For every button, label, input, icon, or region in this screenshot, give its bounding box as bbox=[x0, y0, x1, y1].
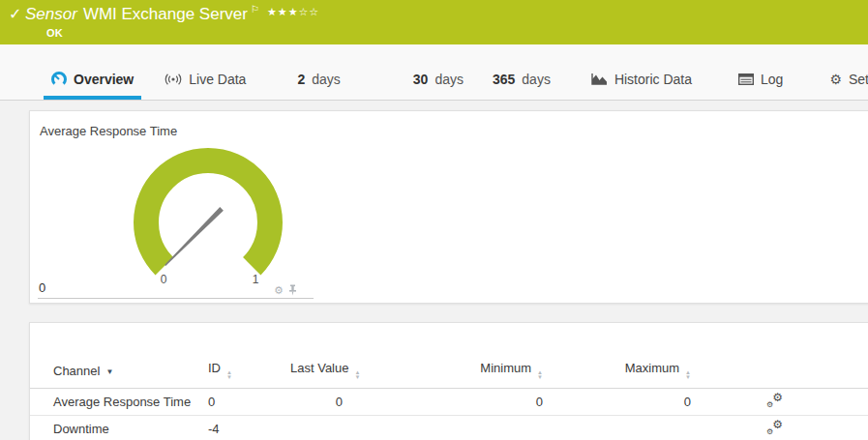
tab-number: 30 bbox=[413, 72, 429, 87]
tab-log[interactable]: Log bbox=[731, 44, 791, 100]
tab-label: Overview bbox=[74, 72, 134, 87]
priority-stars[interactable]: ★★★☆☆ bbox=[267, 6, 319, 17]
tab-number: 365 bbox=[493, 72, 515, 87]
gauge-scale-min: 0 bbox=[153, 273, 174, 286]
sensor-header: ✓ SensorWMI Exchange Server⚐★★★☆☆ OK bbox=[0, 0, 868, 44]
tab-overview[interactable]: Overview bbox=[44, 44, 141, 100]
sort-icon: ▲▼ bbox=[537, 370, 543, 380]
last-value-cell bbox=[290, 416, 368, 440]
log-list-icon bbox=[738, 73, 754, 85]
channel-name-cell[interactable]: Downtime bbox=[30, 416, 208, 440]
table-row: Downtime -4 ⚙ ⚙ bbox=[30, 416, 868, 440]
tab-label: days bbox=[522, 72, 551, 87]
column-header-maximum[interactable]: Maximum▲▼ bbox=[547, 361, 695, 389]
column-header-last-value[interactable]: Last Value▲▼ bbox=[290, 361, 368, 389]
tab-historic-data[interactable]: Historic Data bbox=[584, 44, 700, 100]
minimum-cell: 0 bbox=[368, 389, 547, 416]
axis-min-label: 0 bbox=[39, 280, 45, 295]
sort-desc-icon: ▼ bbox=[105, 367, 113, 376]
tab-365-days[interactable]: 365 days bbox=[485, 44, 558, 100]
tab-label: Settings bbox=[849, 72, 868, 87]
minimum-cell bbox=[368, 416, 547, 440]
tab-number: 2 bbox=[297, 72, 305, 87]
status-badge: OK bbox=[46, 27, 63, 39]
tab-label: Log bbox=[761, 72, 783, 87]
gauge-toolbar: ⚙ bbox=[274, 284, 297, 296]
active-tab-underline bbox=[44, 96, 141, 100]
tab-30-days[interactable]: 30 days bbox=[405, 44, 471, 100]
maximum-cell: 0 bbox=[547, 389, 695, 416]
sort-icon: ▲▼ bbox=[226, 370, 232, 380]
response-time-gauge bbox=[30, 111, 330, 305]
tab-label: days bbox=[312, 72, 341, 87]
sort-icon: ▲▼ bbox=[685, 370, 691, 380]
pin-icon[interactable] bbox=[288, 284, 297, 296]
tab-2-days[interactable]: 2 days bbox=[289, 44, 347, 100]
channel-table: Channel▼ ID▲▼ Last Value▲▼ Minimum▲▼ Max… bbox=[30, 361, 868, 440]
area-chart-icon bbox=[591, 73, 608, 85]
actions-cell: ⚙ ⚙ bbox=[695, 416, 868, 440]
column-header-channel[interactable]: Channel▼ bbox=[30, 361, 208, 389]
tab-label: Historic Data bbox=[614, 72, 692, 87]
column-label: Minimum bbox=[480, 361, 531, 375]
channel-name-cell[interactable]: Average Response Time bbox=[30, 389, 208, 416]
flag-icon[interactable]: ⚐ bbox=[251, 4, 259, 15]
sort-icon: ▲▼ bbox=[354, 370, 360, 380]
gauge-axis-line bbox=[38, 298, 314, 299]
tab-settings[interactable]: ⚙ Settings bbox=[822, 44, 868, 100]
id-cell: -4 bbox=[208, 416, 290, 440]
gauge-panel: Average Response Time 0 1 0 ⚙ bbox=[29, 110, 868, 304]
channel-settings-icon[interactable]: ⚙ ⚙ bbox=[766, 393, 783, 408]
column-label: Maximum bbox=[625, 361, 679, 375]
last-value-cell: 0 bbox=[290, 389, 368, 416]
gauge-needle bbox=[165, 207, 224, 266]
tab-label: days bbox=[434, 72, 464, 87]
tab-label: Live Data bbox=[189, 72, 246, 87]
page-title: WMI Exchange Server bbox=[83, 5, 248, 23]
column-header-minimum[interactable]: Minimum▲▼ bbox=[368, 361, 547, 389]
maximum-cell bbox=[547, 416, 695, 440]
column-label: Channel bbox=[53, 364, 100, 378]
column-header-id[interactable]: ID▲▼ bbox=[208, 361, 290, 389]
channel-settings-icon[interactable]: ⚙ ⚙ bbox=[766, 420, 783, 435]
tab-live-data[interactable]: Live Data bbox=[157, 44, 254, 100]
gauge-icon bbox=[51, 72, 67, 86]
table-header-row: Channel▼ ID▲▼ Last Value▲▼ Minimum▲▼ Max… bbox=[30, 361, 868, 389]
gear-icon: ⚙ bbox=[829, 72, 842, 87]
tab-bar: Overview Live Data 2 days 30 days 365 da… bbox=[0, 44, 868, 101]
broadcast-icon bbox=[165, 73, 182, 85]
column-header-actions bbox=[695, 361, 868, 389]
id-cell: 0 bbox=[208, 389, 290, 416]
gauge-scale-max: 1 bbox=[245, 273, 266, 286]
status-ok-check-icon: ✓ bbox=[9, 5, 21, 23]
table-row: Average Response Time 0 0 0 0 ⚙ ⚙ bbox=[30, 389, 868, 416]
channel-table-panel: Channel▼ ID▲▼ Last Value▲▼ Minimum▲▼ Max… bbox=[29, 322, 868, 440]
sensor-title-row: SensorWMI Exchange Server⚐★★★☆☆ bbox=[25, 4, 319, 24]
actions-cell: ⚙ ⚙ bbox=[695, 389, 868, 416]
sensor-type-label: Sensor bbox=[25, 5, 77, 23]
gauge-settings-gear-icon[interactable]: ⚙ bbox=[274, 285, 284, 296]
column-label: ID bbox=[208, 361, 221, 375]
column-label: Last Value bbox=[290, 361, 348, 375]
